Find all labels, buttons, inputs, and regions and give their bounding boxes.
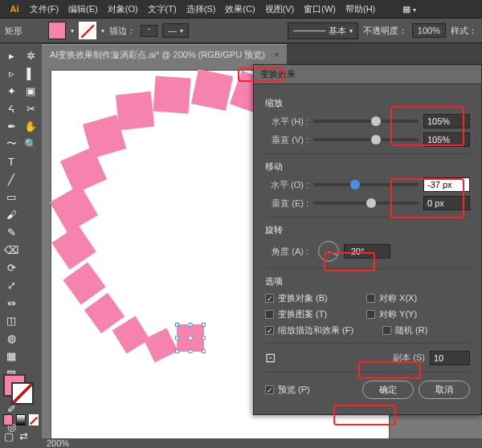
shaper-tool[interactable]: ✎	[2, 223, 21, 241]
symbol-sprayer-tool[interactable]: ✲	[21, 47, 40, 64]
stroke-swatch[interactable]	[79, 22, 96, 39]
menu-file[interactable]: 文件(F)	[26, 2, 63, 17]
menu-view[interactable]: 视图(V)	[261, 2, 299, 17]
shape-label: 矩形	[5, 25, 22, 37]
dialog-title: 变换效果	[254, 65, 481, 84]
move-h-slider[interactable]	[313, 183, 419, 186]
ok-button[interactable]: 确定	[362, 381, 414, 399]
screen-mode-switch[interactable]: ⇄	[18, 430, 29, 442]
sq-copy	[51, 225, 96, 270]
free-transform-tool[interactable]: ◫	[2, 312, 21, 329]
cb-scale-strokes[interactable]: 缩放描边和效果 (F)	[265, 324, 378, 336]
rectangle-tool[interactable]: ▭	[2, 188, 21, 206]
artboard-tool[interactable]: ▣	[21, 82, 40, 100]
move-v-value[interactable]: 0 px	[423, 196, 470, 210]
scale-tool[interactable]: ⤢	[2, 276, 21, 294]
scale-h-label: 水平 (H) :	[265, 116, 308, 128]
screen-mode-normal[interactable]: ▢	[3, 430, 14, 442]
hand-tool[interactable]: ✋	[21, 117, 40, 135]
move-h-label: 水平 (O) :	[265, 179, 308, 191]
menu-select[interactable]: 选择(S)	[182, 2, 220, 17]
perspective-tool[interactable]: ▦	[2, 347, 21, 365]
magic-wand-tool[interactable]: ✦	[2, 82, 21, 100]
brush-basic[interactable]: 基本 ▾	[288, 22, 358, 39]
cb-transform-object[interactable]: 变换对象 (B)	[265, 292, 362, 304]
sq-copy	[144, 328, 178, 363]
width-tool[interactable]: ⇔	[2, 294, 21, 312]
control-bar: 矩形 ▾ ▾ 描边： ⌃ — ▾ 基本 ▾ 不透明度： 100% 样式：	[0, 18, 482, 43]
selection-tool[interactable]: ▸	[2, 47, 21, 64]
anchor-grid-icon[interactable]: ⊡	[265, 350, 276, 365]
menu-effect[interactable]: 效果(C)	[221, 2, 259, 17]
move-v-slider[interactable]	[313, 202, 419, 205]
scale-h-value[interactable]: 105%	[423, 114, 470, 128]
sq-copy	[191, 69, 233, 111]
cb-reflect-x[interactable]: 对称 X(X)	[366, 292, 463, 304]
rotate-tool[interactable]: ⟳	[2, 259, 21, 276]
line-tool[interactable]: ╱	[2, 170, 21, 188]
document-tabbar: AI变换效果制作漩涡彩点.ai* @ 200% (RGB/GPU 预览) ×	[42, 43, 482, 64]
cb-reflect-y[interactable]: 对称 Y(Y)	[366, 308, 463, 320]
stroke-weight[interactable]: ⌃	[141, 25, 157, 37]
pen-tool[interactable]: ✒	[2, 117, 21, 135]
menu-object[interactable]: 对象(O)	[104, 2, 142, 17]
menu-arrange-icon[interactable]: ▦ ▾	[398, 2, 420, 16]
document-tab-title: AI变换效果制作漩涡彩点.ai* @ 200% (RGB/GPU 预览)	[50, 50, 265, 59]
angle-dial[interactable]	[318, 241, 339, 262]
sq-copy	[50, 185, 98, 233]
scale-v-value[interactable]: 105%	[423, 132, 470, 147]
menu-type[interactable]: 文字(T)	[144, 2, 181, 17]
move-header: 移动	[265, 161, 470, 173]
fill-swatch[interactable]	[48, 22, 66, 39]
scale-header: 缩放	[265, 97, 470, 109]
cb-random[interactable]: 随机 (R)	[382, 324, 463, 336]
scale-h-slider[interactable]	[313, 120, 419, 123]
copies-label: 副本 (S)	[393, 352, 425, 364]
sq-copy	[116, 92, 154, 130]
menu-window[interactable]: 窗口(W)	[300, 2, 340, 17]
copies-value[interactable]: 10	[430, 351, 470, 365]
cb-transform-pattern[interactable]: 变换图案 (T)	[265, 308, 362, 320]
menu-help[interactable]: 帮助(H)	[341, 2, 379, 17]
opacity-label: 不透明度：	[363, 25, 407, 37]
shape-builder-tool[interactable]: ◍	[2, 329, 21, 347]
options-header: 选项	[265, 275, 470, 287]
status-bar: 200%	[42, 438, 482, 448]
sq-copy	[112, 316, 150, 354]
curvature-tool[interactable]: 〜	[2, 135, 21, 153]
eraser-tool[interactable]: ⌫	[2, 241, 21, 259]
type-tool[interactable]: T	[2, 153, 21, 170]
move-v-label: 垂直 (E) :	[265, 198, 308, 210]
menubar: Ai 文件(F) 编辑(E) 对象(O) 文字(T) 选择(S) 效果(C) 视…	[0, 0, 482, 18]
zoom-tool[interactable]: 🔍	[21, 135, 40, 153]
cb-preview[interactable]: 预览 (P)	[265, 384, 310, 396]
direct-selection-tool[interactable]: ▹	[2, 64, 21, 82]
paintbrush-tool[interactable]: 🖌	[2, 206, 21, 223]
angle-label: 角度 (A) :	[265, 246, 308, 258]
rotate-header: 旋转	[265, 224, 470, 236]
mini-none[interactable]	[29, 414, 39, 426]
zoom-level[interactable]: 200%	[47, 438, 69, 448]
slice-tool[interactable]: ✂	[21, 100, 40, 117]
stroke-label: 描边：	[109, 25, 136, 37]
style-label: 样式：	[451, 25, 477, 37]
scale-v-label: 垂直 (V) :	[265, 134, 308, 146]
graph-tool[interactable]: ▌	[21, 64, 40, 82]
sq-copy	[153, 76, 191, 114]
lasso-tool[interactable]: ᔦ	[2, 100, 21, 117]
move-h-value[interactable]: -37 px	[423, 177, 470, 192]
fill-stroke-indicator[interactable]	[3, 374, 31, 401]
tools-panel: ▸ ▹ ✦ ᔦ ✒ 〜 T ╱ ▭ 🖌 ✎ ⌫ ⟳ ⤢ ⇔ ◫ ◍ ▦ ▨ ▤ …	[0, 43, 42, 448]
app-logo: Ai	[5, 2, 24, 16]
cancel-button[interactable]: 取消	[419, 381, 470, 399]
mini-fill[interactable]	[3, 414, 13, 426]
menu-edit[interactable]: 编辑(E)	[64, 2, 102, 17]
close-tab-icon[interactable]: ×	[274, 50, 279, 59]
document-tab[interactable]: AI变换效果制作漩涡彩点.ai* @ 200% (RGB/GPU 预览) ×	[42, 44, 287, 64]
stroke-profile[interactable]: — ▾	[162, 23, 189, 38]
mini-gradient[interactable]	[16, 414, 26, 426]
selected-object[interactable]	[177, 324, 204, 352]
scale-v-slider[interactable]	[313, 138, 419, 141]
opacity-value[interactable]: 100%	[412, 23, 446, 38]
angle-value[interactable]: -20°	[344, 244, 390, 259]
